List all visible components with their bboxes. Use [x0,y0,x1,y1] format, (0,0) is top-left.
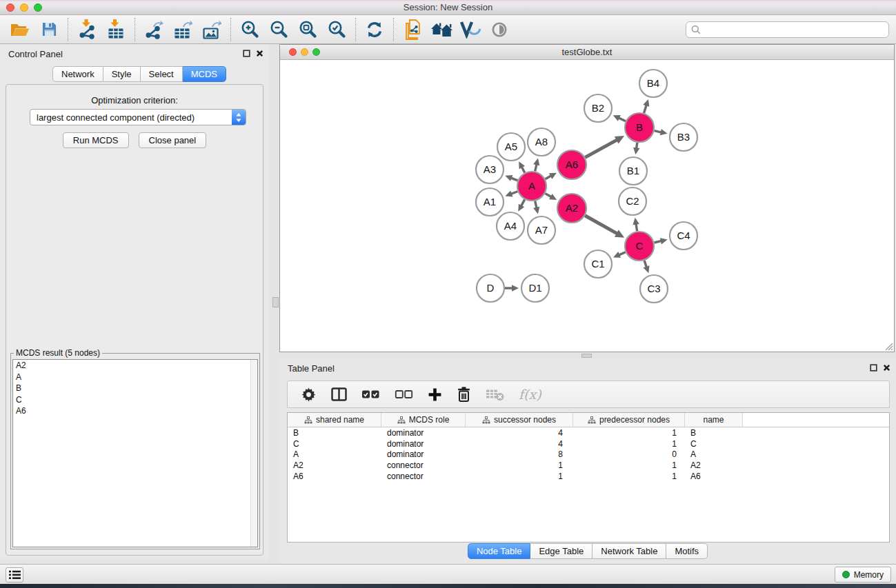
network-graph[interactable]: AA1A2A3A4A5A6A7A8BB1B2B3B4CC1C2C3C4DD1 [280,61,894,352]
table-body: Bdominator41BCdominator41CAdominator80AA… [288,427,889,482]
mcds-result-title: MCDS result (5 nodes) [14,348,102,358]
float-panel-icon[interactable] [870,364,877,372]
close-panel-icon[interactable] [256,50,263,57]
run-mcds-button[interactable]: Run MCDS [63,132,129,148]
network-canvas[interactable]: AA1A2A3A4A5A6A7A8BB1B2B3B4CC1C2C3C4DD1 [280,61,894,352]
graph-edge[interactable] [585,140,617,158]
graph-edge[interactable] [654,131,661,132]
graph-edge[interactable] [545,176,551,179]
table-row[interactable]: Adominator80A [288,449,889,460]
search-box[interactable] [686,21,889,38]
close-panel-button[interactable]: Close panel [139,132,207,148]
graph-edge[interactable] [521,199,524,206]
delete-table-button[interactable] [486,384,504,405]
node-table[interactable]: shared name MCDS role successor nodes pr… [287,412,890,543]
export-network-button[interactable] [139,17,168,43]
tab-motifs[interactable]: Motifs [666,543,708,559]
control-panel: Control Panel Network Style Select MCDS … [0,44,269,560]
scrollbar-track[interactable] [250,360,257,547]
graph-edge[interactable] [644,105,647,113]
toggle-views-button[interactable] [456,17,485,43]
column-type-icon [482,416,490,424]
show-panels-button[interactable] [6,567,23,582]
graph-node-label: A2 [566,202,578,214]
graph-edge[interactable] [585,216,617,234]
refresh-icon [366,21,384,39]
graph-edge[interactable] [636,223,637,231]
deselect-all-button[interactable] [395,384,413,405]
graph-edge[interactable] [618,118,626,121]
column-header-shared-name[interactable]: shared name [288,413,381,427]
zoom-in-button[interactable] [235,17,264,43]
graph-edge[interactable] [545,194,551,197]
graph-edge[interactable] [654,241,661,243]
graph-edge[interactable] [535,164,537,172]
graph-edge[interactable] [644,261,647,267]
copy-network-button[interactable] [398,17,427,43]
resize-grip-icon[interactable] [884,342,893,351]
mcds-result-list[interactable]: A2ABCA6 [12,359,258,547]
refresh-button[interactable] [360,17,389,43]
graph-edge[interactable] [510,178,517,181]
column-label: MCDS role [409,415,450,425]
column-header-predecessor-nodes[interactable]: predecessor nodes [573,413,685,427]
memory-status-icon [842,571,850,578]
create-column-button[interactable] [428,384,442,405]
table-settings-button[interactable] [301,384,317,405]
mcds-result-item[interactable]: A6 [13,405,257,417]
open-session-button[interactable] [6,17,34,43]
splitter-handle[interactable] [272,297,279,307]
delete-column-button[interactable] [457,384,471,405]
tab-node-table[interactable]: Node Table [468,543,531,559]
vertical-splitter[interactable] [269,44,279,560]
horizontal-splitter-handle[interactable] [581,354,592,358]
column-header-mcds-role[interactable]: MCDS role [381,413,466,427]
table-toolbar: f(x) [287,381,890,408]
tab-select[interactable]: Select [141,66,183,82]
mcds-result-item[interactable]: B [13,383,257,394]
tab-edge-table[interactable]: Edge Table [530,543,593,559]
column-visibility-button[interactable] [331,384,347,405]
memory-button[interactable]: Memory [835,567,891,582]
table-row[interactable]: Cdominator41C [288,438,889,449]
graph-edge[interactable] [535,201,537,208]
float-panel-icon[interactable] [243,50,250,57]
column-header-successor-nodes[interactable]: successor nodes [466,413,573,427]
table-row[interactable]: A6connector11A6 [288,471,889,482]
graph-edge[interactable] [510,192,517,194]
save-session-button[interactable] [34,17,63,43]
graph-node-label: D [487,282,495,294]
zoom-out-button[interactable] [264,17,293,43]
import-table-button[interactable] [101,17,130,43]
mcds-result-group: MCDS result (5 nodes) A2ABCA6 [10,348,260,549]
show-hide-button[interactable] [485,17,514,43]
graph-node-label: C [636,240,644,252]
mcds-result-item[interactable]: A [13,372,257,383]
column-header-name[interactable]: name [685,413,743,427]
table-cell: 0 [573,449,685,459]
import-network-button[interactable] [72,17,101,43]
mcds-result-item[interactable]: C [13,394,257,406]
tab-mcds[interactable]: MCDS [183,66,226,82]
column-type-icon [397,416,406,424]
criterion-select[interactable]: largest connected component (directed) [30,109,246,125]
mcds-result-item[interactable]: A2 [13,360,257,372]
close-panel-icon[interactable] [883,364,890,372]
network-view-window: testGlobe.txt AA1A2A3A4A5A6A7A8BB1B2B3B4… [279,44,895,352]
network-window-titlebar[interactable]: testGlobe.txt [280,45,894,60]
search-input[interactable] [704,23,888,36]
table-row[interactable]: A2connector11A2 [288,460,889,471]
zoom-fit-button[interactable] [293,17,322,43]
function-builder-button[interactable]: f(x) [519,384,541,405]
table-row[interactable]: Bdominator41B [288,427,889,438]
tab-network-table[interactable]: Network Table [593,543,666,559]
edge-arrowhead-icon [633,218,639,225]
select-all-button[interactable] [361,384,380,405]
tab-network[interactable]: Network [52,66,103,82]
export-table-button[interactable] [168,17,197,43]
export-image-button[interactable] [197,17,226,43]
tab-style[interactable]: Style [103,66,141,82]
home-button[interactable] [427,17,456,43]
graph-edge[interactable] [619,252,626,255]
zoom-selected-button[interactable] [322,17,351,43]
